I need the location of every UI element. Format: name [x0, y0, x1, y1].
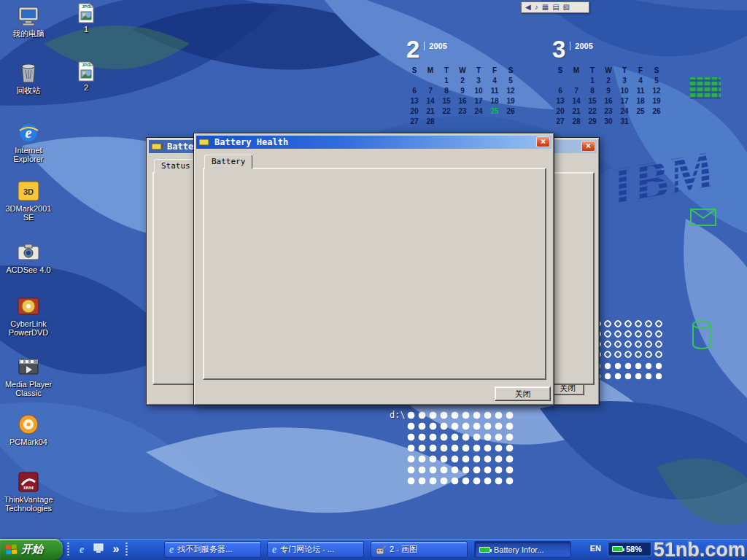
- start-button[interactable]: 开始: [0, 539, 63, 560]
- calendar-day: [438, 117, 454, 127]
- task-label: 找不到服务器...: [177, 544, 232, 555]
- calendar-day: 9: [600, 86, 616, 96]
- close-icon[interactable]: ×: [536, 136, 550, 147]
- calendar-day: 2: [600, 76, 616, 86]
- icon-label: 3DMark2001 SE: [2, 204, 55, 222]
- desktop-icon-media-player-classic[interactable]: Media Player Classic: [2, 355, 55, 397]
- watermark-51nb: 51nb.com: [654, 539, 746, 560]
- calendar-day: 29: [584, 117, 600, 127]
- calendar-day: 6: [406, 86, 422, 96]
- grid-art-icon: [690, 77, 721, 99]
- tab-status[interactable]: Status: [154, 159, 198, 174]
- calendar-day: 3: [616, 76, 632, 86]
- calendar-day: 11: [632, 86, 649, 96]
- calendar-day-header: S: [503, 66, 519, 76]
- task-label: 2 - 画图: [390, 544, 417, 555]
- calendar-february: 2 2005 SMTWTFS12345678910111213141516171…: [406, 38, 523, 127]
- calendar-day: [649, 117, 665, 127]
- calendar-day-header: M: [568, 66, 584, 76]
- taskbar: 开始 e » e 找不到服务器... e 专门网论坛 - ... 2 - 画图 …: [0, 539, 747, 560]
- desktop-icon-3dmark2001[interactable]: 3D 3DMark2001 SE: [2, 179, 55, 222]
- jpg-file-icon: JPG: [77, 61, 95, 82]
- desktop-icon-acdsee[interactable]: ACDSee 4.0: [2, 241, 55, 274]
- calendar-day-header: F: [632, 66, 649, 76]
- calendar-day: 12: [649, 86, 665, 96]
- desktop-icon-powerdvd[interactable]: CyberLink PowerDVD: [2, 295, 55, 337]
- calendar-day: 18: [487, 96, 503, 106]
- tray-battery-indicator[interactable]: 58%: [608, 542, 651, 556]
- calendar-year: 2005: [424, 42, 446, 50]
- battery-gauge-icon: [152, 142, 163, 151]
- ie-icon: e: [169, 544, 174, 556]
- calendar-day: 24: [471, 106, 487, 117]
- calendar-day: 8: [584, 86, 600, 96]
- task-button-forum[interactable]: e 专门网论坛 - ...: [267, 541, 364, 558]
- calendar-day: [454, 117, 471, 127]
- dot-pattern-art: [592, 319, 665, 359]
- task-button-paint[interactable]: 2 - 画图: [371, 541, 468, 558]
- calendar-header: 3 2005: [552, 38, 669, 64]
- desktop-icon-internet-explorer[interactable]: e Internet Explorer: [2, 121, 55, 163]
- calendar-day: 6: [552, 86, 568, 96]
- jpg-file-icon: JPG: [77, 3, 95, 23]
- quicklaunch-show-desktop-icon[interactable]: [92, 542, 105, 556]
- recycle-bin-icon: [17, 61, 40, 85]
- titlebar[interactable]: Battery Health ×: [196, 136, 551, 149]
- calendar-day: 12: [503, 86, 519, 96]
- calendar-day: 10: [616, 86, 632, 96]
- calendar-month-number: 2: [406, 38, 419, 61]
- file-label: 2: [71, 83, 101, 92]
- desktop-icon-my-computer[interactable]: 我的电脑: [2, 4, 55, 38]
- calendar-day: 10: [471, 86, 487, 96]
- calendar-day: 17: [616, 96, 632, 106]
- powerdvd-icon: [17, 295, 40, 318]
- 3dmark-icon: 3D: [17, 179, 40, 203]
- floating-toolbar[interactable]: ◀ ♪ ▦ ▤ ▧: [521, 1, 589, 13]
- icon-label: 我的电脑: [2, 29, 55, 38]
- task-button-ie-error[interactable]: e 找不到服务器...: [164, 541, 261, 558]
- calendar-day: 26: [503, 106, 519, 117]
- tab-battery[interactable]: Battery: [204, 155, 252, 169]
- calendar-day: 2: [454, 76, 471, 86]
- calendar-day: 7: [568, 86, 584, 96]
- language-indicator[interactable]: EN: [590, 544, 601, 553]
- close-icon[interactable]: ×: [581, 141, 595, 152]
- calendar-day: 3: [471, 76, 487, 86]
- calendar-day: 28: [422, 117, 438, 127]
- settings-icon[interactable]: ▤: [552, 2, 559, 12]
- calendar-day: 4: [632, 76, 649, 86]
- calendar-day: 27: [552, 117, 568, 127]
- calendar-day: 17: [471, 96, 487, 106]
- quicklaunch-ie-icon[interactable]: e: [75, 542, 88, 556]
- calendar-day: 5: [503, 76, 519, 86]
- media-player-classic-icon: [17, 355, 40, 378]
- keyboard-icon[interactable]: ▧: [563, 2, 570, 12]
- calendar-day-header: T: [584, 66, 600, 76]
- desktop-file-1[interactable]: JPG 1: [71, 3, 101, 34]
- file-type-badge: JPG: [77, 4, 95, 9]
- calendar-day: [503, 117, 519, 127]
- dot-pattern-art: [406, 410, 516, 485]
- desktop-icon-pcmark04[interactable]: PCMark04: [2, 413, 55, 446]
- calendar-day: 1: [584, 76, 600, 86]
- calendar-day: 13: [552, 96, 568, 106]
- file-label: 1: [71, 25, 101, 34]
- envelope-art-icon: [690, 209, 716, 229]
- internet-explorer-icon: e: [17, 121, 40, 144]
- taskbar-divider: [125, 542, 128, 557]
- calendar-day: 9: [454, 86, 471, 96]
- task-button-battery-information[interactable]: Battery Infor...: [474, 541, 571, 558]
- display-icon[interactable]: ▦: [542, 2, 549, 12]
- sound-icon[interactable]: ♪: [535, 2, 538, 12]
- close-button[interactable]: 关闭: [495, 386, 551, 401]
- desktop-file-2[interactable]: JPG 2: [71, 61, 101, 92]
- desktop-icon-thinkvantage[interactable]: IBM ThinkVantage Technologies: [2, 470, 55, 513]
- quicklaunch-overflow-chevron[interactable]: »: [109, 542, 123, 556]
- desktop-icon-recycle-bin[interactable]: 回收站: [2, 61, 55, 95]
- windows-flag-icon: [6, 544, 18, 555]
- cylinder-art-icon: [692, 319, 712, 353]
- calendar-day: 23: [600, 106, 616, 117]
- calendar-day: 31: [616, 117, 632, 127]
- calendar-day: [422, 76, 438, 86]
- volume-icon[interactable]: ◀: [525, 2, 531, 12]
